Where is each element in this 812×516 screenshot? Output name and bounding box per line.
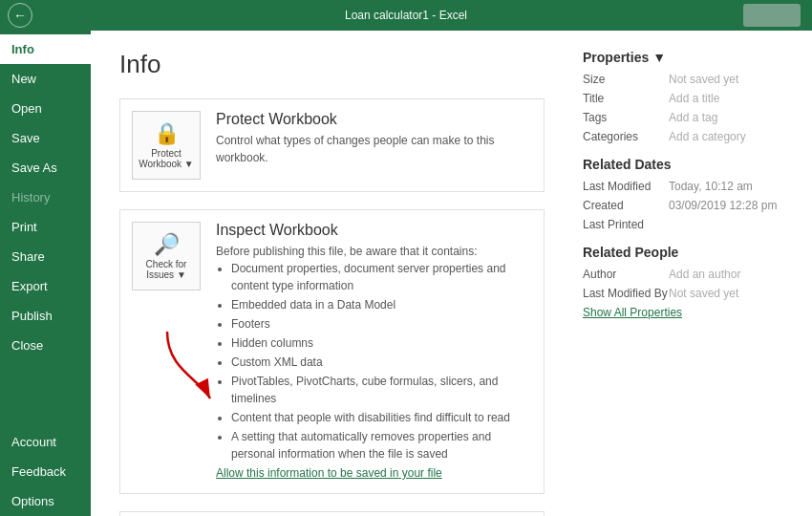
property-row: SizeNot saved yet [583, 73, 793, 86]
date-row: Last ModifiedToday, 10:12 am [583, 180, 793, 193]
protect-workbook-desc: Control what types of changes people can… [216, 132, 532, 166]
sidebar-item-new[interactable]: New [0, 64, 91, 94]
inspect-list: Document properties, document server pro… [216, 260, 532, 462]
back-button[interactable]: ← [8, 3, 32, 28]
check-issues-icon-label: Check forIssues ▼ [146, 259, 187, 280]
main-layout: Info New Open Save Save As History Print… [0, 31, 812, 516]
date-value: 03/09/2019 12:28 pm [669, 199, 777, 212]
protect-workbook-icon-label: ProtectWorkbook ▼ [139, 148, 194, 169]
content-wrapper: Info 🔒 ProtectWorkbook ▼ Protect Workboo… [91, 31, 812, 516]
sidebar-item-save[interactable]: Save [0, 123, 91, 153]
property-row: CategoriesAdd a category [583, 130, 793, 143]
property-label: Title [583, 92, 669, 105]
date-row: Last Printed [583, 218, 793, 231]
lock-icon: 🔒 [154, 121, 180, 146]
person-label: Author [583, 268, 669, 281]
property-row: TagsAdd a tag [583, 111, 793, 124]
sidebar-item-print[interactable]: Print [0, 212, 91, 242]
sidebar-item-share[interactable]: Share [0, 242, 91, 271]
show-all-properties-link[interactable]: Show All Properties [583, 306, 793, 319]
related-dates-rows: Last ModifiedToday, 10:12 amCreated03/09… [583, 180, 793, 231]
person-value: Not saved yet [669, 287, 738, 300]
avatar [743, 4, 801, 27]
sidebar-item-publish[interactable]: Publish [0, 301, 91, 331]
properties-panel: Properties ▼ SizeNot saved yetTitleAdd a… [583, 31, 812, 516]
inspect-workbook-section: 🔎 Check forIssues ▼ Inspect Workbook Bef… [119, 209, 545, 494]
sidebar-item-options[interactable]: Options [0, 486, 91, 516]
date-label: Last Printed [583, 218, 669, 231]
title-bar: ← Loan calculator1 - Excel [0, 0, 812, 31]
related-people-rows: AuthorAdd an authorLast Modified ByNot s… [583, 268, 793, 300]
sidebar-bottom: Account Feedback Options [0, 427, 91, 516]
person-row: Last Modified ByNot saved yet [583, 287, 793, 300]
person-label: Last Modified By [583, 287, 669, 300]
property-value: Not saved yet [669, 73, 738, 86]
protect-workbook-section: 🔒 ProtectWorkbook ▼ Protect Workbook Con… [119, 98, 545, 192]
sidebar-item-history[interactable]: History [0, 183, 91, 212]
date-value: Today, 10:12 am [669, 180, 753, 193]
inspect-workbook-desc: Before publishing this file, be aware th… [216, 243, 532, 482]
related-people-title: Related People [583, 245, 793, 260]
protect-workbook-text: Protect Workbook Control what types of c… [216, 111, 532, 166]
left-content: Info 🔒 ProtectWorkbook ▼ Protect Workboo… [91, 31, 564, 516]
property-value: Add a title [669, 92, 719, 105]
inspect-list-item: Embedded data in a Data Model [231, 296, 532, 313]
sidebar-item-close[interactable]: Close [0, 331, 91, 360]
protect-workbook-icon-box[interactable]: 🔒 ProtectWorkbook ▼ [132, 111, 201, 180]
inspect-list-item: PivotTables, PivotCharts, cube formulas,… [231, 373, 532, 407]
inspect-list-item: Footers [231, 315, 532, 333]
date-row: Created03/09/2019 12:28 pm [583, 199, 793, 212]
sidebar-item-account[interactable]: Account [0, 427, 91, 457]
window-title: Loan calculator1 - Excel [345, 9, 467, 22]
date-label: Created [583, 199, 669, 212]
properties-title: Properties ▼ [583, 50, 793, 65]
sidebar-item-open[interactable]: Open [0, 94, 91, 123]
inspect-list-item: Content that people with disabilities fi… [231, 409, 532, 426]
date-label: Last Modified [583, 180, 669, 193]
sidebar-item-export[interactable]: Export [0, 271, 91, 301]
inspect-workbook-title: Inspect Workbook [216, 222, 532, 239]
sidebar-item-save-as[interactable]: Save As [0, 153, 91, 183]
allow-info-link[interactable]: Allow this information to be saved in yo… [216, 466, 442, 480]
sidebar: Info New Open Save Save As History Print… [0, 31, 91, 516]
property-label: Tags [583, 111, 669, 124]
inspect-list-item: Custom XML data [231, 354, 532, 371]
inspect-list-item: Hidden columns [231, 334, 532, 352]
check-icon: 🔎 [154, 232, 180, 257]
person-value: Add an author [669, 268, 740, 281]
property-row: TitleAdd a title [583, 92, 793, 105]
inspect-list-item: A setting that automatically removes pro… [231, 428, 532, 462]
related-dates-title: Related Dates [583, 157, 793, 172]
manage-workbook-section: 📁 ManageWorkbook ▼ Manage Workbook There… [119, 511, 545, 516]
property-value: Add a category [669, 130, 746, 143]
property-value: Add a tag [669, 111, 717, 124]
page-title: Info [119, 50, 545, 79]
inspect-workbook-text: Inspect Workbook Before publishing this … [216, 222, 532, 482]
person-row: AuthorAdd an author [583, 268, 793, 281]
sidebar-item-feedback[interactable]: Feedback [0, 457, 91, 486]
property-label: Size [583, 73, 669, 86]
inspect-workbook-icon-box[interactable]: 🔎 Check forIssues ▼ [132, 222, 201, 290]
sidebar-spacer [0, 360, 91, 427]
properties-rows: SizeNot saved yetTitleAdd a titleTagsAdd… [583, 73, 793, 143]
property-label: Categories [583, 130, 669, 143]
protect-workbook-title: Protect Workbook [216, 111, 532, 128]
inspect-list-item: Document properties, document server pro… [231, 260, 532, 294]
sidebar-item-info[interactable]: Info [0, 34, 91, 64]
